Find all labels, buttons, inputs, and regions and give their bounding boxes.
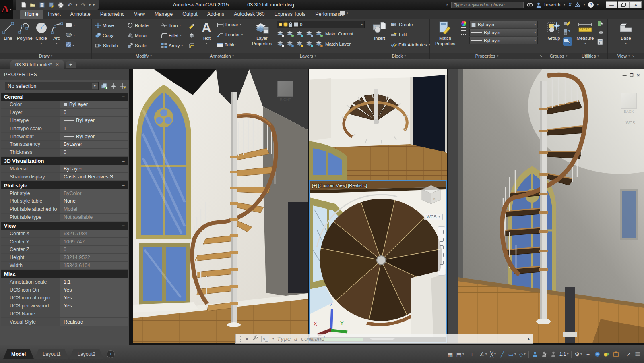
open-file-icon[interactable] (29, 2, 36, 8)
property-value[interactable] (60, 310, 128, 318)
viewport-left[interactable]: RIGHT (133, 69, 308, 343)
property-value[interactable]: 1 (60, 124, 128, 132)
copy-button[interactable]: Copy (95, 30, 127, 40)
isometric-drafting-icon[interactable]: ╳▾ (490, 350, 496, 358)
search-expand-icon[interactable]: ▸ (447, 3, 448, 6)
command-input[interactable]: Type a command (277, 336, 524, 342)
ribbon-tab-autodesk-360[interactable]: Autodesk 360 (229, 10, 269, 19)
viewport-controls-label[interactable]: [+] [Custom View] [Realistic] (312, 183, 367, 188)
lineweight-dropdown[interactable]: ByLayer▾ (469, 29, 538, 36)
property-value[interactable]: Casts and Receives S... (60, 173, 128, 180)
layer-unlock-all-icon[interactable] (306, 41, 313, 47)
search-input[interactable]: Type a keyword or phrase (451, 2, 524, 8)
layer-thaw-all-icon[interactable] (296, 41, 303, 47)
stretch-button[interactable]: Stretch (95, 40, 127, 50)
viewcube-ghost[interactable]: RIGHT (277, 81, 293, 102)
property-value[interactable]: 0 (60, 149, 128, 156)
chevron-down-icon[interactable]: ▾ (567, 352, 568, 356)
layer-lock-icon[interactable] (306, 31, 313, 37)
collapse-icon[interactable]: − (122, 271, 125, 277)
line-button[interactable]: Line (2, 19, 14, 53)
tab-layout2[interactable]: Layout2 (70, 349, 103, 359)
viewcube[interactable]: R (420, 184, 442, 205)
workspace-switching-icon[interactable]: ⚙▾ (574, 350, 582, 358)
layer-select-dropdown[interactable]: 0 ▾ (277, 21, 365, 28)
file-tab[interactable]: 03 3D full model* ✕ (10, 60, 64, 69)
viewport-right[interactable]: BACK WCS (448, 69, 644, 343)
linear-dimension-button[interactable]: Linear▾ (217, 19, 243, 29)
property-value[interactable]: ByLayer (60, 117, 128, 124)
panel-label-properties[interactable]: Properties▾ (430, 53, 544, 59)
group-selection-toggle-icon[interactable] (563, 37, 572, 46)
color-wheel-icon[interactable] (461, 21, 466, 26)
section-header[interactable]: 3D Visualization− (1, 157, 128, 165)
restore-button[interactable] (618, 1, 630, 8)
select-objects-icon[interactable] (110, 83, 117, 89)
search-icon[interactable] (527, 2, 533, 7)
property-value[interactable]: 0 (60, 246, 128, 253)
object-snap-icon[interactable]: ▭▾ (508, 350, 516, 358)
property-value[interactable]: 15343.6104 (60, 262, 128, 270)
command-grip[interactable] (238, 336, 242, 342)
ribbon-tab-manage[interactable]: Manage (150, 10, 178, 19)
property-value[interactable]: Realistic (60, 318, 128, 326)
layer-off-icon[interactable] (277, 31, 284, 37)
user-icon[interactable] (536, 2, 541, 8)
annotation-visibility-icon[interactable] (532, 350, 538, 358)
annotation-scale-value[interactable]: 1:1 (559, 351, 566, 357)
chevron-down-icon[interactable]: ▾ (41, 42, 42, 45)
collapse-icon[interactable]: − (122, 158, 125, 164)
ellipse-tool-button[interactable]: ▾ (66, 30, 75, 40)
panel-label-groups[interactable]: Groups▾ (544, 53, 573, 59)
close-icon[interactable]: ✕ (245, 336, 249, 342)
ribbon-tab-add-ins[interactable]: Add-ins (202, 10, 229, 19)
fillet-button[interactable]: Fillet▾ (161, 30, 188, 40)
group-edit-icon[interactable] (563, 20, 572, 28)
property-value[interactable]: Yes (60, 302, 128, 310)
snap-mode-icon[interactable]: ▤▾ (456, 350, 464, 358)
close-icon[interactable]: ✕ (637, 73, 640, 77)
section-header[interactable]: Misc− (1, 270, 128, 278)
id-point-icon[interactable] (597, 30, 605, 37)
linetype-icon[interactable] (461, 33, 466, 36)
layer-freeze-icon[interactable] (296, 31, 303, 37)
undo-icon[interactable]: ↶ (66, 2, 73, 8)
panel-label-block[interactable]: Block▾ (368, 53, 429, 59)
ribbon-tab-annotate[interactable]: Annotate (66, 10, 95, 19)
edit-block-button[interactable]: Edit (391, 29, 430, 39)
application-menu-button[interactable]: A ▾ (0, 0, 13, 19)
ribbon-tab-home[interactable]: Home (20, 10, 43, 19)
hardware-acceleration-icon[interactable] (594, 350, 601, 358)
viewcube-icon[interactable] (621, 93, 637, 109)
zoom-icon[interactable] (440, 245, 444, 249)
polar-tracking-icon[interactable]: ∠▾ (479, 350, 487, 358)
create-block-button[interactable]: Create (391, 19, 430, 29)
property-value[interactable]: 1:1 (60, 278, 128, 286)
panel-label-draw[interactable]: Draw▾ (0, 53, 91, 59)
base-view-button[interactable]: Base ▾ (615, 19, 636, 53)
quick-calculator-icon[interactable] (597, 39, 605, 47)
property-value[interactable]: 1069.747 (60, 238, 128, 245)
orbit-icon[interactable] (440, 253, 444, 257)
property-value[interactable]: ByLayer (60, 141, 128, 148)
grid-display-icon[interactable]: ▦ (447, 350, 454, 358)
move-button[interactable]: Move (95, 20, 127, 30)
hatch-tool-button[interactable]: ▾ (66, 40, 75, 50)
restore-icon[interactable]: ❐ (630, 73, 634, 77)
group-button[interactable]: Group (545, 19, 562, 53)
property-value[interactable]: 6821.7984 (60, 230, 128, 237)
close-button[interactable]: ✕ (630, 1, 642, 8)
recent-commands-icon[interactable]: ▾ (272, 337, 274, 340)
redo-icon[interactable]: ↷ (80, 2, 87, 8)
navigation-bar[interactable] (438, 226, 445, 276)
layer-isolate-icon[interactable] (287, 31, 293, 37)
ribbon-tab-output[interactable]: Output (178, 10, 202, 19)
property-value[interactable]: Yes (60, 286, 128, 294)
panel-label-annotation[interactable]: Annotation▾ (196, 53, 248, 59)
user-dropdown-icon[interactable]: ▾ (564, 3, 565, 6)
3d-object-snap-icon[interactable]: ◇▾ (519, 350, 526, 358)
linetype-dropdown[interactable]: ByLayer▾ (469, 37, 538, 44)
array-button[interactable]: Array▾ (161, 40, 188, 50)
property-value[interactable]: 23214.9522 (60, 254, 128, 261)
ribbon-tab-view[interactable]: View (129, 10, 150, 19)
